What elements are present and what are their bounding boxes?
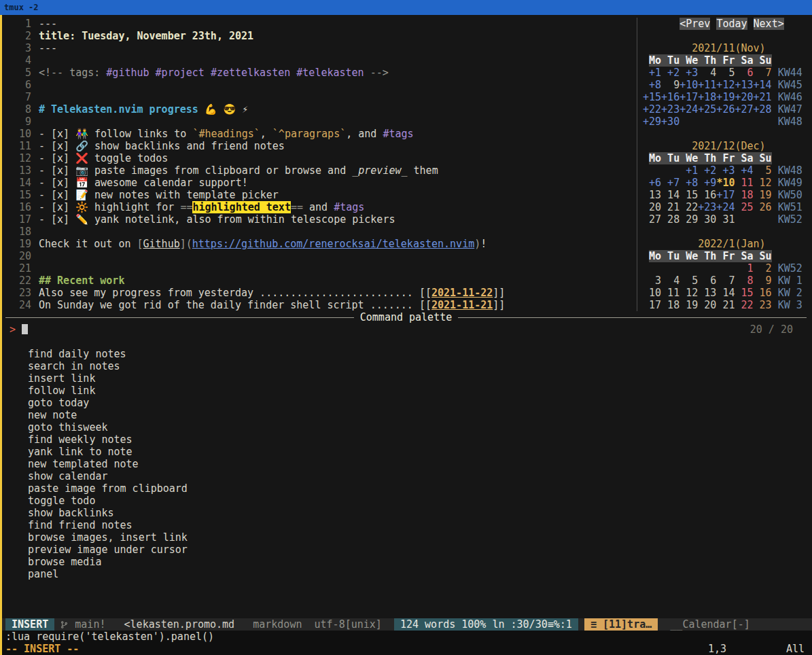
editor-line[interactable]: 22## Recent work	[5, 275, 637, 287]
editor-line[interactable]: 6	[5, 79, 637, 91]
text-run	[772, 201, 778, 213]
calendar-days[interactable]: 20 21 22	[643, 201, 698, 213]
palette-item[interactable]: browse images, insert link	[5, 531, 812, 544]
calendar-linked-days[interactable]: +29+30	[643, 116, 679, 128]
calendar-days[interactable]: 4 5	[698, 67, 735, 79]
calendar-days[interactable]: 5	[754, 164, 772, 177]
editor-line[interactable]: 12- [x] ❌ toggle todos	[5, 152, 637, 164]
palette-item[interactable]: toggle todo	[5, 495, 812, 507]
calendar-linked-days[interactable]: +1 +2 +3	[643, 67, 698, 79]
calendar-pane[interactable]: <Prev Today Next> 2021/11(Nov) Mo Tu We …	[637, 18, 812, 311]
editor-line[interactable]: 11- [x] 🔗 show backlinks and friend note…	[5, 140, 637, 152]
calendar-linked-days[interactable]: +1 +2 +3 +4	[679, 164, 753, 177]
palette-item[interactable]: new note	[5, 409, 812, 421]
calendar-today-day[interactable]: *10	[716, 177, 735, 189]
editor-line[interactable]: 5<!-- tags: #github #project #zettelkast…	[5, 67, 637, 79]
editor-line[interactable]: 16- [x] 🔆 highlight for ==highlighted te…	[5, 201, 637, 213]
text-run	[643, 250, 649, 262]
calendar-days[interactable]: 26	[754, 201, 772, 213]
editor-line[interactable]: 18	[5, 226, 637, 238]
line-number: 3	[5, 42, 31, 54]
calendar-linked-days[interactable]: +23+24	[698, 201, 735, 213]
calendar-days[interactable]: 2	[754, 262, 772, 275]
calendar-linked-days[interactable]: +17	[716, 189, 735, 201]
separator-line	[5, 317, 354, 318]
editor-line[interactable]: 21	[5, 262, 637, 275]
calendar-days[interactable]: 12	[754, 177, 772, 189]
calendar-days[interactable]: 9	[661, 79, 679, 91]
calendar-days[interactable]: 1	[735, 262, 753, 275]
calendar-days[interactable]: 18	[735, 189, 753, 201]
palette-item[interactable]: new templated note	[5, 458, 812, 470]
calendar-days[interactable]: 22	[735, 299, 753, 311]
palette-item[interactable]: panel	[5, 568, 812, 580]
editor-line[interactable]: 9	[5, 116, 637, 128]
calendar-days[interactable]: 27 28 29 30 31	[643, 213, 735, 226]
editor-line[interactable]: 7	[5, 91, 637, 103]
calendar-days[interactable]: 16	[754, 287, 772, 299]
text-run	[772, 299, 778, 311]
palette-list: find daily notessearch in notesinsert li…	[5, 348, 812, 580]
calendar-linked-days[interactable]: +22+23+24+25+26+27+28	[643, 103, 772, 116]
palette-item[interactable]: find daily notes	[5, 348, 812, 360]
calendar-weekday-header: Mo Tu We Th Fr Sa Su	[643, 250, 812, 262]
editor-line[interactable]: 3---	[5, 42, 637, 54]
editor-line[interactable]: 19Check it out on [Github](https://githu…	[5, 238, 637, 250]
calendar-days[interactable]: 23	[754, 299, 772, 311]
calendar-today-button[interactable]: Today	[716, 18, 747, 30]
editor-line[interactable]: 1---	[5, 18, 637, 30]
calendar-days[interactable]: 25	[735, 201, 753, 213]
palette-item[interactable]: search in notes	[5, 360, 812, 372]
calendar-days[interactable]: 11	[735, 177, 753, 189]
calendar-days[interactable]: 15	[735, 287, 753, 299]
text-run	[643, 164, 679, 177]
calendar-days[interactable]: 8	[735, 275, 753, 287]
week-number: KW51	[778, 201, 802, 213]
palette-item[interactable]: follow link	[5, 385, 812, 397]
palette-item[interactable]: browse media	[5, 556, 812, 568]
calendar-linked-days[interactable]: +6 +7 +8 +9	[643, 177, 716, 189]
editor-line[interactable]: 2title: Tuesday, November 23th, 2021	[5, 30, 637, 42]
calendar-days[interactable]: 13 14 15 16	[643, 189, 716, 201]
editor-line[interactable]: 20	[5, 250, 637, 262]
editor-line[interactable]: 24On Sunday we got rid of the daily find…	[5, 299, 637, 311]
editor-line[interactable]: 8# Telekasten.nvim progress 💪 😎 ⚡	[5, 103, 637, 116]
palette-item[interactable]: goto today	[5, 397, 812, 409]
editor-line[interactable]: 13- [x] 📷 paste images from clipboard or…	[5, 164, 637, 177]
editor-line[interactable]: 4	[5, 54, 637, 67]
palette-item[interactable]: yank link to note	[5, 446, 812, 458]
buffer-indicator: ≡ [11]tra…	[584, 618, 658, 631]
calendar-days[interactable]: 9	[754, 275, 772, 287]
palette-item[interactable]: find friend notes	[5, 519, 812, 531]
palette-prompt-input[interactable]: > 20 / 20	[5, 323, 812, 336]
palette-item[interactable]: insert link	[5, 372, 812, 385]
editor-line[interactable]: 23Also see my progress from yesterday ..…	[5, 287, 637, 299]
calendar-days[interactable]: 3 4 5 6 7	[643, 275, 735, 287]
calendar-days[interactable]: 7	[754, 67, 772, 79]
calendar-next-button[interactable]: Next>	[754, 18, 784, 30]
editor-line[interactable]: 10- [x] 👫 follow links to `#headings`, `…	[5, 128, 637, 140]
calendar-days[interactable]: 6	[735, 67, 753, 79]
calendar-days[interactable]: 10 11 12 13 14	[643, 287, 735, 299]
editor-line[interactable]: 14- [x] 📅 awesome calendar support!	[5, 177, 637, 189]
palette-item[interactable]: find weekly notes	[5, 433, 812, 446]
text-run	[772, 91, 778, 103]
text-run: 💪 😎 ⚡	[205, 103, 249, 116]
command-line[interactable]: :lua require('telekasten').panel()	[0, 631, 812, 643]
palette-item[interactable]: show calendar	[5, 470, 812, 482]
palette-item[interactable]: goto thisweek	[5, 421, 812, 433]
calendar-linked-days[interactable]: +8	[643, 79, 661, 91]
editor-line[interactable]: 15- [x] 📝 new notes with template picker	[5, 189, 637, 201]
palette-item[interactable]: show backlinks	[5, 507, 812, 519]
palette-item[interactable]: paste image from clipboard	[5, 482, 812, 495]
prompt-caret: >	[10, 323, 16, 336]
editor-pane[interactable]: 1---2title: Tuesday, November 23th, 2021…	[0, 18, 637, 311]
editor-line[interactable]: 17- [x] ✏️ yank notelink, also from with…	[5, 213, 637, 226]
palette-item-selected[interactable]: >find notes	[5, 336, 812, 348]
palette-item[interactable]: preview image under cursor	[5, 544, 812, 556]
calendar-linked-days[interactable]: +15+16+17+18+19+20+21	[643, 91, 772, 103]
calendar-days[interactable]: 19	[754, 189, 772, 201]
calendar-linked-days[interactable]: +10+11+12+13+14	[679, 79, 771, 91]
calendar-days[interactable]: 17 18 19 20 21	[643, 299, 735, 311]
calendar-prev-button[interactable]: <Prev	[679, 18, 710, 30]
